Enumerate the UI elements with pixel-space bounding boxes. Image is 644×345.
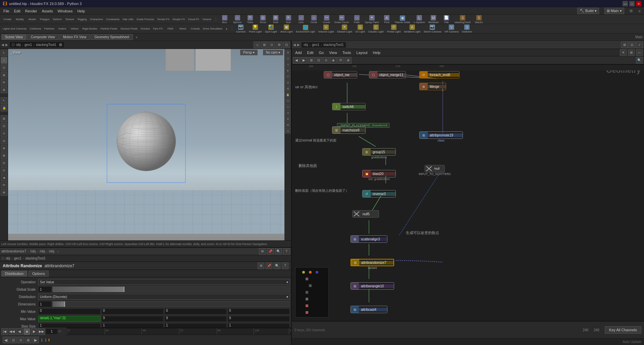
persp-dropdown[interactable]: Persp ▾	[240, 50, 258, 54]
viewport-nav-back[interactable]: ◀	[1, 43, 4, 47]
shelf-tool-path[interactable]: → Path	[351, 15, 363, 24]
rt-btn-14[interactable]: ⊡	[285, 128, 290, 133]
node-tb-5[interactable]: ⊙	[323, 57, 329, 64]
param-path-2[interactable]: /obj	[40, 249, 45, 253]
param-action-gear[interactable]: ⚙	[259, 248, 266, 255]
shelf-tool-file[interactable]: 📄 File	[440, 15, 452, 24]
tl-skip-start[interactable]: |◀	[1, 328, 8, 335]
shelf-tool-switcher[interactable]: S Switcher	[461, 24, 474, 34]
shelf-tool-stack1[interactable]: S Stack1	[473, 15, 485, 24]
key-all-channels-button[interactable]: Key All Channels	[605, 326, 641, 334]
param-tab-options[interactable]: Options	[29, 271, 49, 277]
shelf-tool-volumelight[interactable]: V Volume Light	[317, 24, 335, 34]
tool-6[interactable]: ⊕	[1, 87, 7, 93]
node-attribrandomize7[interactable]: ⊞ attribrandomize7 variant	[351, 259, 394, 270]
tool-12[interactable]: ⊕	[1, 145, 7, 152]
shelf-tool-portallight[interactable]: P Portal Light	[386, 24, 402, 34]
expand-icon[interactable]: ⊞	[628, 8, 635, 14]
rt-btn-9[interactable]: ⊡	[285, 98, 290, 103]
persp-label[interactable]: Persp ▾	[240, 50, 258, 55]
build-button[interactable]: 🔨 Build ▾	[577, 8, 599, 14]
param-field-maxvalue-1[interactable]: 9	[101, 316, 164, 322]
param-field-stepsize-0[interactable]: 1	[38, 323, 101, 328]
node-foreach-end8[interactable]: ⟳ foreach_end8 Block End	[419, 71, 460, 78]
node-menu-edit[interactable]: Edit	[305, 50, 316, 55]
shelf-wires[interactable]: Wires	[177, 27, 189, 31]
node-path-obj[interactable]: obj	[304, 43, 308, 47]
param-field-minvalue-3[interactable]: 0	[227, 308, 290, 314]
tool-15[interactable]: ⊙	[1, 167, 7, 174]
shelf-tool-sphere[interactable]: ○ Sphere	[231, 15, 244, 24]
viewport-nav-forward[interactable]: ▶	[5, 43, 8, 47]
rt-btn-2[interactable]: ⊡	[285, 56, 290, 61]
rt-btn-3[interactable]: ⊙	[285, 62, 290, 67]
node-attribwrangle10[interactable]: ⊞ attribwrangle10	[351, 282, 394, 290]
tool-select[interactable]: ↖	[1, 50, 7, 56]
tool-7[interactable]: ↖	[1, 97, 7, 104]
dimensions-slider[interactable]	[52, 301, 290, 307]
shelf-polygon[interactable]: Polygon	[39, 17, 51, 21]
tl-step-fwd[interactable]: ▶▶	[38, 328, 45, 335]
shelf-pyrofx[interactable]: Pyro FX	[152, 27, 164, 31]
shelf-rigidbodies[interactable]: Rigid Bodies	[81, 27, 99, 31]
node-menu-maximize[interactable]: ⊞	[628, 49, 635, 56]
viewport-path-geo1[interactable]: geo1	[24, 43, 32, 47]
node-tb-1[interactable]: ◀	[293, 57, 300, 64]
node-object-merge11[interactable]: ⬡ object_merge11	[369, 71, 406, 78]
shelf-simplefx[interactable]: Simple FX	[171, 17, 186, 21]
rt-btn-1[interactable]: ⊞	[285, 50, 290, 55]
shelf-tool-pointlight[interactable]: 💡 Point Light	[248, 24, 263, 34]
node-tb-2[interactable]: ▶	[301, 57, 307, 64]
tool-9[interactable]: ⊡	[1, 123, 7, 129]
param-value-distribution[interactable]: Uniform (Discrete) ▾	[38, 294, 290, 300]
tool-13[interactable]: ⊞	[1, 152, 7, 159]
shelf-cloudfx[interactable]: Cloud FX	[186, 17, 200, 21]
tl-bottom-3[interactable]: ⊙	[17, 337, 24, 343]
node-header-btn2[interactable]: ⊡	[629, 42, 635, 48]
rt-btn-11[interactable]: ◎	[285, 110, 290, 115]
maximize-button[interactable]: □	[629, 1, 635, 6]
shelf-collisions[interactable]: Collisions	[29, 27, 43, 31]
shelf-tool-lsystem[interactable]: L L-System	[412, 15, 426, 24]
shelf-vellum[interactable]: Vellum	[69, 27, 81, 31]
options-icon[interactable]: ≡	[637, 8, 643, 14]
rt-btn-7[interactable]: ⊞	[285, 86, 290, 91]
viewport-path-expand[interactable]: ⊞	[59, 43, 62, 47]
shelf-tool-vrcamera[interactable]: V VR Camera	[443, 24, 460, 34]
menu-assets[interactable]: Assets	[40, 8, 55, 14]
param-field-stepsize-2[interactable]: 1	[164, 323, 227, 328]
node-header-btn1[interactable]: ⊞	[621, 42, 628, 48]
menu-render[interactable]: Render	[23, 8, 39, 14]
param-obj-label[interactable]: obj	[6, 256, 10, 260]
tab-geometryspreadsheet[interactable]: Geometry Spreadsheet	[91, 34, 133, 40]
shelf-tool-metaball[interactable]: M Metaball	[427, 15, 440, 24]
shelf-oceans[interactable]: Oceans	[139, 27, 151, 31]
tl-stop[interactable]: ■	[23, 328, 30, 335]
tl-bottom-4[interactable]: ⊞	[25, 337, 32, 343]
shelf-tool-circle[interactable]: ○ Circle	[308, 15, 320, 24]
param-field-minvalue-1[interactable]: 0	[101, 308, 164, 314]
nocam-dropdown[interactable]: No cam ▾	[263, 50, 283, 54]
shelf-tool-ambientlight[interactable]: A Ambient Light	[402, 24, 422, 34]
param-action-help[interactable]: ?	[283, 248, 290, 255]
vp-icon2[interactable]: ⊞	[261, 42, 268, 48]
shelf-tool-box[interactable]: □ Box	[219, 15, 231, 24]
node-menu-go[interactable]: Go	[317, 50, 326, 55]
param-path-0[interactable]: attribrandomize7	[1, 249, 26, 253]
shelf-guideprocess[interactable]: Guide Process	[135, 17, 155, 21]
tool-brush[interactable]: ○	[1, 57, 7, 64]
node-blast20[interactable]: 💥 blast20 not: grabBottom	[362, 170, 396, 181]
shelf-add-icon[interactable]: +	[225, 27, 227, 31]
shelf-viscousfluids[interactable]: Viscous Fluids	[119, 27, 139, 31]
node-attribcast4[interactable]: ⊞ attribcast4	[351, 306, 387, 313]
tool-3[interactable]: ⊡	[1, 64, 7, 71]
tab-add-button[interactable]: +	[133, 35, 140, 40]
tool-11[interactable]: ◎	[1, 137, 7, 144]
vp-icon3[interactable]: ⊙	[268, 42, 275, 48]
shelf-modify[interactable]: Modify	[14, 17, 26, 21]
param-path-add[interactable]: +	[57, 249, 59, 253]
tool-17[interactable]: ⟳	[1, 182, 7, 188]
shelf-tool-curve[interactable]: 〜 Curve	[321, 15, 333, 24]
shelf-tool-stackingtool1[interactable]: S stackingTool1	[453, 15, 472, 24]
minimize-button[interactable]: —	[623, 1, 628, 6]
